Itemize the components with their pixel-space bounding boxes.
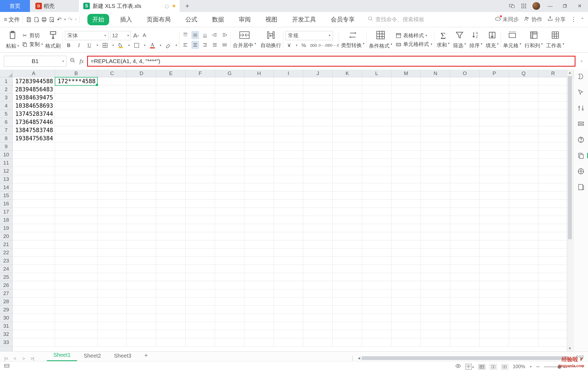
cell[interactable] [13, 240, 55, 249]
sheet-prev-button[interactable]: < [12, 356, 18, 361]
cell[interactable] [450, 134, 480, 142]
indent-increase-button[interactable] [221, 31, 228, 39]
cell[interactable] [538, 77, 568, 85]
cell[interactable] [450, 232, 480, 240]
name-box[interactable]: B1 ▾ [4, 56, 66, 67]
cell[interactable] [362, 183, 391, 191]
cell[interactable] [362, 85, 391, 94]
cell[interactable] [186, 159, 215, 167]
worksheet-button[interactable]: 工作表▾ [546, 31, 564, 49]
cell[interactable]: 19384639475 [13, 94, 55, 102]
hscroll-split-icon[interactable]: ┆ [351, 356, 354, 361]
increase-font-button[interactable]: A+ [133, 32, 140, 39]
cell[interactable] [13, 330, 55, 338]
cell[interactable] [509, 118, 538, 126]
cell[interactable] [450, 306, 480, 314]
cell[interactable] [13, 191, 55, 200]
cell[interactable] [421, 175, 450, 183]
table-style-button[interactable]: 表格样式▾ [395, 32, 427, 39]
cell[interactable] [333, 297, 362, 306]
cell[interactable] [13, 167, 55, 175]
cell[interactable] [215, 175, 244, 183]
cell[interactable] [97, 110, 127, 118]
cell[interactable] [97, 306, 127, 314]
cell[interactable] [244, 110, 274, 118]
cell[interactable] [538, 249, 568, 257]
row-header[interactable]: 16 [0, 200, 12, 208]
cell[interactable] [97, 151, 127, 159]
cell[interactable] [538, 216, 568, 224]
cell[interactable] [333, 265, 362, 273]
cell[interactable]: 17283944588 [13, 77, 55, 85]
cell[interactable] [186, 151, 215, 159]
zoom-in-button[interactable]: + [581, 364, 584, 370]
cell[interactable] [421, 102, 450, 110]
cell[interactable] [186, 265, 215, 273]
cell-style-mini-button[interactable] [133, 42, 140, 49]
currency-button[interactable]: ¥ [286, 42, 293, 49]
filter-button[interactable]: 筛选▾ [453, 31, 466, 49]
cell[interactable] [450, 289, 480, 297]
cell[interactable] [186, 94, 215, 102]
cell[interactable] [480, 159, 509, 167]
cell[interactable] [244, 183, 274, 191]
cell[interactable] [480, 134, 509, 142]
cell[interactable] [244, 134, 274, 142]
cell[interactable] [303, 265, 333, 273]
cell[interactable] [333, 216, 362, 224]
cell[interactable] [480, 183, 509, 191]
cell[interactable] [421, 134, 450, 142]
cell[interactable] [450, 142, 480, 151]
cell[interactable] [509, 216, 538, 224]
cell[interactable] [97, 118, 127, 126]
cell[interactable] [480, 118, 509, 126]
cell[interactable] [274, 232, 303, 240]
cell[interactable] [480, 338, 509, 346]
font-color-button[interactable]: A [149, 42, 156, 49]
cell[interactable] [391, 306, 421, 314]
cell[interactable] [421, 281, 450, 289]
cell[interactable] [538, 289, 568, 297]
align-center-button[interactable] [191, 41, 199, 49]
cell[interactable] [362, 322, 391, 330]
cell[interactable]: 19384756384 [13, 134, 55, 142]
cell[interactable] [127, 159, 156, 167]
cell[interactable] [215, 118, 244, 126]
cell[interactable] [333, 289, 362, 297]
cell[interactable] [421, 322, 450, 330]
cell[interactable] [13, 297, 55, 306]
cell[interactable] [274, 175, 303, 183]
cell[interactable] [509, 306, 538, 314]
cell[interactable] [244, 338, 274, 346]
cell[interactable] [244, 224, 274, 232]
cell[interactable] [13, 142, 55, 151]
cell[interactable] [509, 232, 538, 240]
align-bottom-button[interactable] [201, 31, 209, 39]
cell[interactable] [333, 175, 362, 183]
cell[interactable] [55, 167, 97, 175]
cell[interactable] [450, 216, 480, 224]
cell[interactable] [391, 265, 421, 273]
row-header[interactable]: 14 [0, 183, 12, 191]
cell[interactable] [127, 322, 156, 330]
cell[interactable] [55, 314, 97, 322]
align-top-button[interactable] [182, 31, 189, 39]
column-header[interactable]: I [274, 70, 303, 77]
cell[interactable] [303, 151, 333, 159]
cell[interactable] [362, 224, 391, 232]
cell[interactable] [127, 134, 156, 142]
auto-wrap-button[interactable]: 自动换行 [261, 31, 281, 49]
cell[interactable] [509, 314, 538, 322]
cell[interactable] [480, 265, 509, 273]
cell[interactable] [55, 322, 97, 330]
cell[interactable] [538, 265, 568, 273]
cell[interactable] [215, 85, 244, 94]
cell[interactable] [186, 167, 215, 175]
cell[interactable] [97, 281, 127, 289]
cell[interactable] [362, 314, 391, 322]
cell[interactable] [274, 167, 303, 175]
cell[interactable] [421, 257, 450, 265]
cell[interactable] [156, 200, 186, 208]
row-header[interactable]: 2 [0, 85, 12, 94]
eye-icon[interactable] [455, 363, 461, 370]
